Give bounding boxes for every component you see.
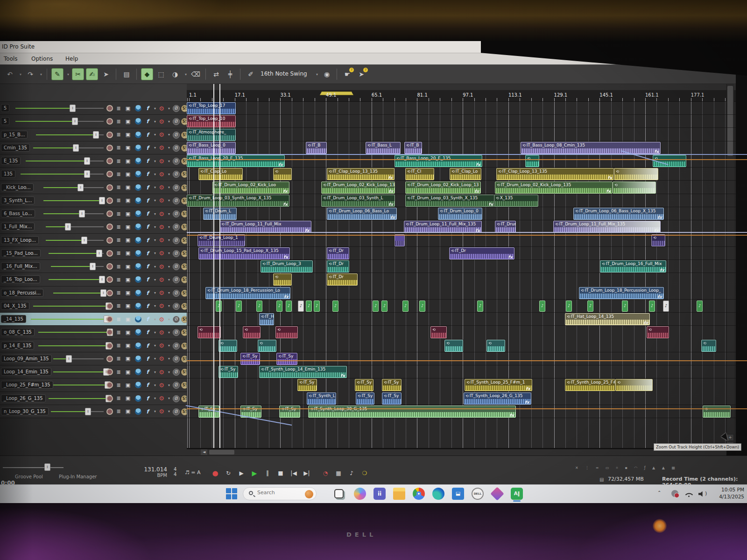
track-fx-chain-icon[interactable]: ≣	[115, 315, 122, 323]
settings-caret-icon[interactable]: ▾	[165, 144, 173, 152]
settings-caret-icon[interactable]: ▾	[165, 289, 173, 297]
track-settings-gear-icon[interactable]: ⚙	[158, 315, 165, 323]
audio-clip[interactable]: ⟲	[218, 340, 237, 352]
draw-caret-icon[interactable]: ▾	[65, 68, 71, 80]
track-fx-chain-icon[interactable]: ≣	[115, 184, 122, 191]
track-freeze-icon[interactable]: ▣	[124, 263, 132, 270]
pan-sphere-icon[interactable]	[135, 171, 141, 177]
selection-cursor-icon[interactable]: ➤	[100, 68, 112, 80]
audio-clip[interactable]: ⟲IT_Drum_Loop_02_Kick_Loop_13fx	[405, 182, 481, 194]
zoom-slider[interactable]	[3, 467, 63, 468]
paint-caret-icon[interactable]: ▾	[183, 68, 189, 80]
audio-clip[interactable]: ⟲IT_Sy	[297, 379, 317, 391]
taskbar-search[interactable]	[243, 487, 317, 500]
snap-icon[interactable]: ╪	[224, 68, 236, 80]
track-header-row[interactable]: Loop_14_Emin_135⫴≣▣f▾⚙▾ØS!	[0, 365, 187, 378]
mute-button[interactable]: Ø	[173, 105, 180, 112]
midi-one-shot-cell[interactable]: ♪	[663, 301, 669, 312]
audio-clip[interactable]: ⟲	[651, 234, 665, 246]
audio-clip[interactable]: ⟲IT_Sy	[276, 353, 297, 365]
tray-notification-icon[interactable]	[671, 490, 678, 497]
track-settings-gear-icon[interactable]: ⚙	[158, 342, 165, 350]
audio-clip[interactable]: ⟲IT_Sy	[382, 379, 402, 391]
settings-caret-icon[interactable]: ▾	[165, 381, 173, 389]
track-header-row[interactable]: Cmin_135⫴≣▣f▾⚙▾ØS!	[0, 141, 187, 154]
track-settings-gear-icon[interactable]: ⚙	[158, 118, 165, 125]
mute-button[interactable]: Ø	[173, 369, 180, 376]
taskbar-icon-file-explorer[interactable]	[393, 488, 405, 500]
track-freeze-icon[interactable]: ▣	[124, 395, 132, 402]
settings-caret-icon[interactable]: ▾	[165, 329, 173, 336]
volume-slider-handle[interactable]: ⫴	[66, 355, 72, 363]
audio-clip[interactable]: ⟲IT_Dr	[327, 273, 358, 286]
audio-clip[interactable]: ⟲IT_Sy	[356, 392, 374, 405]
track-freeze-icon[interactable]: ▣	[124, 342, 132, 350]
track-settings-gear-icon[interactable]: ⚙	[158, 223, 165, 231]
volume-slider-handle[interactable]: ⫴	[85, 408, 91, 415]
track-fx-button[interactable]: f	[144, 342, 151, 350]
audio-clip[interactable]: ⟲IT_Bass_Loop_20_E_135fx	[395, 155, 482, 167]
clip-fx-icon[interactable]: fx	[607, 175, 612, 180]
track-fx-button[interactable]: f	[144, 210, 151, 217]
settings-caret-icon[interactable]: ▾	[165, 184, 173, 191]
track-freeze-icon[interactable]: ▣	[124, 381, 132, 389]
pan-sphere-icon[interactable]	[135, 132, 141, 138]
record-arm-button[interactable]	[106, 408, 113, 415]
record-arm-button[interactable]	[106, 171, 113, 177]
audio-clip[interactable]: ⟲	[614, 168, 658, 180]
audio-clip[interactable]: ⟲	[273, 273, 292, 286]
audio-clip[interactable]: ⟲	[486, 340, 505, 352]
midi-one-shot-cell[interactable]: ♪	[622, 301, 628, 312]
settings-caret-icon[interactable]: ▾	[165, 197, 173, 204]
mute-button[interactable]: Ø	[173, 118, 180, 125]
track-freeze-icon[interactable]: ▣	[124, 250, 132, 257]
clip-fx-icon[interactable]: fx	[340, 373, 345, 378]
track-name-label[interactable]: _16_Top_Loo...	[1, 275, 40, 283]
tray-expand-icon[interactable]: ⌃	[657, 490, 661, 495]
audio-clip[interactable]: ⟲IT_Drfx	[449, 247, 514, 259]
pan-sphere-icon[interactable]	[135, 343, 141, 349]
audio-clip[interactable]: ⟲	[430, 326, 447, 338]
track-fx-chain-icon[interactable]: ≣	[115, 355, 122, 363]
pan-sphere-icon[interactable]	[135, 237, 141, 244]
track-fx-button[interactable]: f	[144, 184, 151, 191]
erase-tool-icon[interactable]: ⌫	[190, 68, 202, 80]
taskbar-icon-acid[interactable]: A‖	[511, 488, 523, 500]
midi-one-shot-cell[interactable]: ♪	[314, 301, 320, 312]
audio-clip[interactable]: ⟲	[525, 155, 539, 167]
playback-cursor[interactable]	[219, 84, 220, 448]
track-header-row[interactable]: _Loop_26_G_135⫴≣▣f▾⚙▾ØS!	[0, 392, 187, 405]
volume-slider-handle[interactable]: ⫴	[99, 197, 105, 204]
loop-playback-button[interactable]: ↻	[222, 468, 234, 479]
redo-icon[interactable]: ↷	[24, 68, 36, 80]
settings-caret-icon[interactable]: ▾	[165, 223, 173, 231]
track-freeze-icon[interactable]: ▣	[124, 144, 132, 152]
track-fx-chain-icon[interactable]: ≣	[115, 302, 122, 310]
taskbar-icon-teams[interactable]: ii	[374, 488, 386, 500]
track-settings-gear-icon[interactable]: ⚙	[158, 184, 165, 191]
zoom-slider-handle[interactable]: ⫴	[44, 463, 50, 471]
record-arm-button[interactable]	[106, 237, 113, 244]
audio-clip[interactable]	[395, 234, 405, 246]
track-settings-gear-icon[interactable]: ⚙	[158, 355, 165, 363]
pause-button[interactable]: ‖	[261, 468, 274, 479]
track-settings-gear-icon[interactable]: ⚙	[158, 276, 165, 283]
clip-fx-icon[interactable]: fx	[476, 162, 480, 167]
track-settings-gear-icon[interactable]: ⚙	[158, 395, 165, 402]
settings-caret-icon[interactable]: ▾	[165, 395, 173, 402]
settings-caret-icon[interactable]: ▾	[165, 342, 173, 350]
track-name-label[interactable]: o_18_Percussi...	[1, 289, 43, 297]
audio-clip[interactable]: ⟲IT_Dr	[327, 260, 349, 273]
track-header-row[interactable]: _14_135⫴≣▣f▾⚙▾ØS!	[0, 313, 187, 326]
midi-one-shot-cell[interactable]: ♪	[286, 301, 292, 312]
audio-clip[interactable]: ⟲IT_B	[306, 142, 327, 154]
clip-fx-icon[interactable]: fx	[283, 255, 288, 259]
track-settings-gear-icon[interactable]: ⚙	[158, 329, 165, 336]
metronome-button[interactable]: ♪	[345, 468, 358, 479]
audio-clip[interactable]: ⟲IT_Cl	[405, 168, 434, 180]
mute-button[interactable]: Ø	[173, 158, 180, 165]
record-button[interactable]: ●	[209, 468, 221, 479]
settings-caret-icon[interactable]: ▾	[165, 105, 173, 112]
pan-sphere-icon[interactable]	[135, 263, 141, 270]
clip-fx-icon[interactable]: fx	[284, 294, 289, 299]
